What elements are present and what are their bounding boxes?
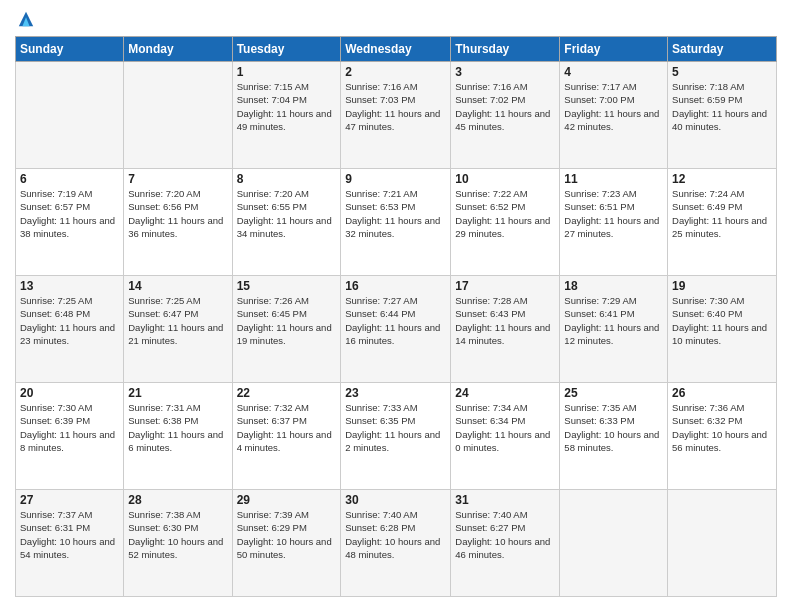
day-number: 4 [564, 65, 663, 79]
day-detail: Sunrise: 7:40 AM Sunset: 6:27 PM Dayligh… [455, 508, 555, 561]
table-row: 13Sunrise: 7:25 AM Sunset: 6:48 PM Dayli… [16, 276, 124, 383]
day-number: 11 [564, 172, 663, 186]
day-number: 9 [345, 172, 446, 186]
table-row: 21Sunrise: 7:31 AM Sunset: 6:38 PM Dayli… [124, 383, 232, 490]
col-saturday: Saturday [668, 37, 777, 62]
day-detail: Sunrise: 7:30 AM Sunset: 6:40 PM Dayligh… [672, 294, 772, 347]
table-row: 15Sunrise: 7:26 AM Sunset: 6:45 PM Dayli… [232, 276, 341, 383]
calendar-week-row: 1Sunrise: 7:15 AM Sunset: 7:04 PM Daylig… [16, 62, 777, 169]
day-number: 25 [564, 386, 663, 400]
day-number: 2 [345, 65, 446, 79]
table-row: 2Sunrise: 7:16 AM Sunset: 7:03 PM Daylig… [341, 62, 451, 169]
day-detail: Sunrise: 7:16 AM Sunset: 7:03 PM Dayligh… [345, 80, 446, 133]
day-number: 17 [455, 279, 555, 293]
table-row: 17Sunrise: 7:28 AM Sunset: 6:43 PM Dayli… [451, 276, 560, 383]
day-number: 14 [128, 279, 227, 293]
table-row: 8Sunrise: 7:20 AM Sunset: 6:55 PM Daylig… [232, 169, 341, 276]
day-number: 28 [128, 493, 227, 507]
day-number: 24 [455, 386, 555, 400]
day-detail: Sunrise: 7:21 AM Sunset: 6:53 PM Dayligh… [345, 187, 446, 240]
day-detail: Sunrise: 7:25 AM Sunset: 6:47 PM Dayligh… [128, 294, 227, 347]
col-wednesday: Wednesday [341, 37, 451, 62]
table-row: 22Sunrise: 7:32 AM Sunset: 6:37 PM Dayli… [232, 383, 341, 490]
table-row: 29Sunrise: 7:39 AM Sunset: 6:29 PM Dayli… [232, 490, 341, 597]
day-detail: Sunrise: 7:40 AM Sunset: 6:28 PM Dayligh… [345, 508, 446, 561]
table-row: 9Sunrise: 7:21 AM Sunset: 6:53 PM Daylig… [341, 169, 451, 276]
day-number: 19 [672, 279, 772, 293]
day-number: 12 [672, 172, 772, 186]
day-detail: Sunrise: 7:27 AM Sunset: 6:44 PM Dayligh… [345, 294, 446, 347]
day-detail: Sunrise: 7:23 AM Sunset: 6:51 PM Dayligh… [564, 187, 663, 240]
header [15, 10, 777, 28]
day-detail: Sunrise: 7:30 AM Sunset: 6:39 PM Dayligh… [20, 401, 119, 454]
table-row: 30Sunrise: 7:40 AM Sunset: 6:28 PM Dayli… [341, 490, 451, 597]
day-number: 1 [237, 65, 337, 79]
day-detail: Sunrise: 7:37 AM Sunset: 6:31 PM Dayligh… [20, 508, 119, 561]
table-row: 31Sunrise: 7:40 AM Sunset: 6:27 PM Dayli… [451, 490, 560, 597]
table-row: 4Sunrise: 7:17 AM Sunset: 7:00 PM Daylig… [560, 62, 668, 169]
day-detail: Sunrise: 7:17 AM Sunset: 7:00 PM Dayligh… [564, 80, 663, 133]
table-row: 27Sunrise: 7:37 AM Sunset: 6:31 PM Dayli… [16, 490, 124, 597]
table-row: 24Sunrise: 7:34 AM Sunset: 6:34 PM Dayli… [451, 383, 560, 490]
table-row: 16Sunrise: 7:27 AM Sunset: 6:44 PM Dayli… [341, 276, 451, 383]
table-row: 26Sunrise: 7:36 AM Sunset: 6:32 PM Dayli… [668, 383, 777, 490]
col-tuesday: Tuesday [232, 37, 341, 62]
day-number: 20 [20, 386, 119, 400]
day-detail: Sunrise: 7:35 AM Sunset: 6:33 PM Dayligh… [564, 401, 663, 454]
day-detail: Sunrise: 7:28 AM Sunset: 6:43 PM Dayligh… [455, 294, 555, 347]
table-row: 10Sunrise: 7:22 AM Sunset: 6:52 PM Dayli… [451, 169, 560, 276]
table-row: 3Sunrise: 7:16 AM Sunset: 7:02 PM Daylig… [451, 62, 560, 169]
day-detail: Sunrise: 7:29 AM Sunset: 6:41 PM Dayligh… [564, 294, 663, 347]
table-row [16, 62, 124, 169]
day-detail: Sunrise: 7:31 AM Sunset: 6:38 PM Dayligh… [128, 401, 227, 454]
day-number: 31 [455, 493, 555, 507]
table-row: 18Sunrise: 7:29 AM Sunset: 6:41 PM Dayli… [560, 276, 668, 383]
day-number: 13 [20, 279, 119, 293]
day-number: 10 [455, 172, 555, 186]
day-number: 23 [345, 386, 446, 400]
day-number: 6 [20, 172, 119, 186]
table-row: 7Sunrise: 7:20 AM Sunset: 6:56 PM Daylig… [124, 169, 232, 276]
page: Sunday Monday Tuesday Wednesday Thursday… [0, 0, 792, 612]
day-number: 8 [237, 172, 337, 186]
table-row: 20Sunrise: 7:30 AM Sunset: 6:39 PM Dayli… [16, 383, 124, 490]
table-row: 6Sunrise: 7:19 AM Sunset: 6:57 PM Daylig… [16, 169, 124, 276]
day-detail: Sunrise: 7:24 AM Sunset: 6:49 PM Dayligh… [672, 187, 772, 240]
day-detail: Sunrise: 7:22 AM Sunset: 6:52 PM Dayligh… [455, 187, 555, 240]
day-number: 30 [345, 493, 446, 507]
day-detail: Sunrise: 7:26 AM Sunset: 6:45 PM Dayligh… [237, 294, 337, 347]
table-row: 23Sunrise: 7:33 AM Sunset: 6:35 PM Dayli… [341, 383, 451, 490]
calendar-table: Sunday Monday Tuesday Wednesday Thursday… [15, 36, 777, 597]
day-detail: Sunrise: 7:18 AM Sunset: 6:59 PM Dayligh… [672, 80, 772, 133]
calendar-week-row: 6Sunrise: 7:19 AM Sunset: 6:57 PM Daylig… [16, 169, 777, 276]
day-detail: Sunrise: 7:20 AM Sunset: 6:56 PM Dayligh… [128, 187, 227, 240]
table-row: 5Sunrise: 7:18 AM Sunset: 6:59 PM Daylig… [668, 62, 777, 169]
calendar-week-row: 20Sunrise: 7:30 AM Sunset: 6:39 PM Dayli… [16, 383, 777, 490]
day-number: 27 [20, 493, 119, 507]
table-row [668, 490, 777, 597]
table-row: 1Sunrise: 7:15 AM Sunset: 7:04 PM Daylig… [232, 62, 341, 169]
table-row [560, 490, 668, 597]
table-row: 28Sunrise: 7:38 AM Sunset: 6:30 PM Dayli… [124, 490, 232, 597]
day-number: 3 [455, 65, 555, 79]
day-detail: Sunrise: 7:34 AM Sunset: 6:34 PM Dayligh… [455, 401, 555, 454]
day-number: 5 [672, 65, 772, 79]
table-row [124, 62, 232, 169]
day-detail: Sunrise: 7:16 AM Sunset: 7:02 PM Dayligh… [455, 80, 555, 133]
day-detail: Sunrise: 7:36 AM Sunset: 6:32 PM Dayligh… [672, 401, 772, 454]
col-sunday: Sunday [16, 37, 124, 62]
day-detail: Sunrise: 7:39 AM Sunset: 6:29 PM Dayligh… [237, 508, 337, 561]
day-detail: Sunrise: 7:19 AM Sunset: 6:57 PM Dayligh… [20, 187, 119, 240]
day-detail: Sunrise: 7:33 AM Sunset: 6:35 PM Dayligh… [345, 401, 446, 454]
day-number: 18 [564, 279, 663, 293]
table-row: 11Sunrise: 7:23 AM Sunset: 6:51 PM Dayli… [560, 169, 668, 276]
col-monday: Monday [124, 37, 232, 62]
day-number: 22 [237, 386, 337, 400]
day-number: 21 [128, 386, 227, 400]
day-detail: Sunrise: 7:20 AM Sunset: 6:55 PM Dayligh… [237, 187, 337, 240]
day-detail: Sunrise: 7:15 AM Sunset: 7:04 PM Dayligh… [237, 80, 337, 133]
day-number: 29 [237, 493, 337, 507]
table-row: 19Sunrise: 7:30 AM Sunset: 6:40 PM Dayli… [668, 276, 777, 383]
logo [15, 10, 35, 28]
logo-icon [17, 10, 35, 28]
